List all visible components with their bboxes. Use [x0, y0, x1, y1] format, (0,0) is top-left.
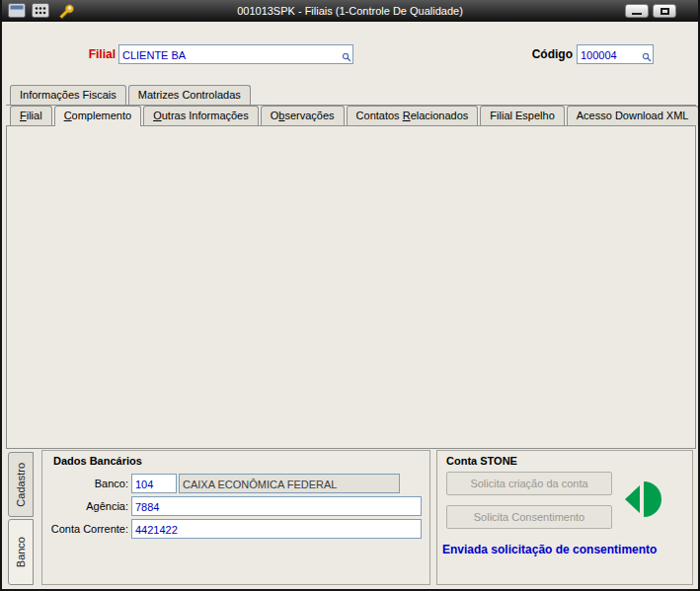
banco-nome-field	[179, 474, 400, 493]
agencia-field	[131, 496, 422, 516]
filial-input[interactable]	[119, 46, 352, 64]
conta-corrente-input[interactable]	[132, 521, 421, 539]
titlebar: 001013SPK - Filiais (1-Controle De Quali…	[2, 0, 698, 22]
app-window: 001013SPK - Filiais (1-Controle De Quali…	[0, 0, 700, 591]
tab-outras-informacoes[interactable]: Outras Informações	[143, 106, 259, 125]
agencia-input[interactable]	[132, 498, 421, 516]
agencia-label: Agência:	[49, 496, 128, 516]
main-tab-strip: Filial Complemento Outras Informações Ob…	[10, 106, 700, 126]
window-title: 001013SPK - Filiais (1-Controle De Quali…	[2, 0, 698, 22]
conta-stone-title: Conta STONE	[446, 455, 517, 467]
maximize-button[interactable]	[653, 4, 676, 18]
side-tab-banco-label: Banco	[15, 537, 27, 567]
side-tab-cadastro[interactable]: Cadastro	[8, 452, 34, 517]
tab-acesso-download-xml[interactable]: Acesso Download XML	[567, 106, 699, 125]
banco-nome-input	[180, 476, 399, 493]
tab-filial-espelho[interactable]: Filial Espelho	[480, 106, 564, 125]
filial-field	[118, 44, 353, 64]
consentimento-status-text: Enviada solicitação de consentimento	[442, 543, 657, 556]
tab-informacoes-fiscais[interactable]: Informações Fiscais	[10, 85, 126, 105]
tab-matrizes-controladas[interactable]: Matrizes Controladas	[128, 85, 251, 105]
side-tab-cadastro-label: Cadastro	[15, 463, 27, 507]
lookup-icon[interactable]	[342, 52, 351, 62]
upper-tab-strip: Informações Fiscais Matrizes Controladas	[10, 85, 251, 105]
solicita-criacao-conta-button[interactable]: Solicita criação da conta	[446, 472, 612, 495]
tab-complemento[interactable]: Complemento	[54, 106, 142, 126]
dados-bancarios-title: Dados Bancários	[53, 455, 142, 467]
banco-label: Banco:	[49, 474, 128, 493]
conta-corrente-field	[131, 519, 422, 539]
minimize-icon	[632, 13, 642, 15]
tab-contatos-relacionados[interactable]: Contatos Relacionados	[347, 106, 479, 125]
codigo-field	[577, 44, 654, 64]
banco-input[interactable]	[132, 476, 176, 493]
filial-label: Filial	[32, 44, 116, 64]
tab-filial[interactable]: Filial	[10, 106, 52, 125]
solicita-consentimento-button[interactable]: Solicita Consentimento	[446, 505, 612, 529]
side-tab-banco[interactable]: Banco	[8, 519, 34, 585]
dados-bancarios-groupbox	[41, 450, 430, 585]
maximize-icon	[661, 8, 669, 15]
lookup-icon[interactable]	[642, 52, 652, 62]
codigo-label: Código	[523, 44, 573, 64]
banco-field	[131, 474, 177, 493]
stone-status-icon	[622, 478, 665, 525]
complemento-tab-page	[6, 125, 696, 449]
minimize-button[interactable]	[625, 4, 649, 18]
conta-corrente-label: Conta Corrente:	[39, 519, 128, 539]
tab-observacoes[interactable]: Observações	[261, 106, 345, 125]
